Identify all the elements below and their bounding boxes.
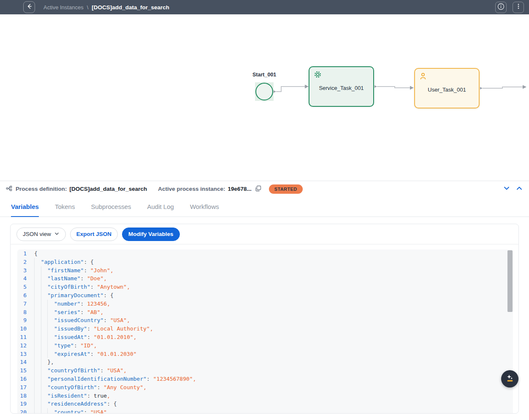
back-arrow-icon: [26, 3, 33, 11]
code-line[interactable]: 6"primaryDocument": {: [17, 291, 513, 300]
indent-guide: [47, 300, 54, 308]
process-diagram-canvas[interactable]: Start_001 Service_Task_001 User_Task_001: [0, 14, 529, 181]
indent-guide: [41, 325, 48, 333]
line-number: 6: [17, 291, 30, 300]
code-line[interactable]: 15"countryOfBirth": "USA",: [17, 366, 513, 375]
gear-icon: [314, 70, 322, 80]
breadcrumb-parent[interactable]: Active Instances: [43, 4, 84, 11]
code-line[interactable]: 1{: [17, 249, 513, 258]
indent-guide: [34, 266, 41, 275]
line-number: 2: [17, 258, 30, 266]
service-task-node[interactable]: Service_Task_001: [309, 66, 374, 107]
chevron-down-icon: [503, 184, 510, 193]
code-line[interactable]: 8"series": "AB",: [17, 308, 513, 317]
indent-guide: [41, 266, 48, 275]
code-line[interactable]: 16"personalIdentificationNumber": "12345…: [17, 375, 513, 383]
modify-variables-button[interactable]: Modify Variables: [122, 228, 180, 241]
code-line[interactable]: 19"residenceAddress": {: [17, 400, 513, 408]
line-number: 14: [17, 358, 30, 366]
indent-guide: [34, 274, 41, 283]
indent-guide: [47, 408, 54, 414]
code-line[interactable]: 20"country": "USA": [17, 408, 513, 414]
collapse-panel-button[interactable]: [503, 184, 510, 193]
indent-guide: [34, 366, 41, 375]
indent-guide: [34, 291, 41, 300]
code-line[interactable]: 3"firstName": "John",: [17, 266, 513, 275]
chevron-up-icon: [515, 184, 523, 193]
indent-guide: [41, 341, 48, 350]
code-line[interactable]: 17"countyOfBirth": "Any County",: [17, 383, 513, 392]
status-badge: STARTED: [269, 184, 303, 194]
start-event-label: Start_001: [252, 72, 276, 78]
code-line[interactable]: 5"cityOfBirth": "Anytown",: [17, 283, 513, 291]
tab-tokens[interactable]: Tokens: [55, 197, 75, 217]
line-number: 3: [17, 266, 30, 275]
ai-assistant-button[interactable]: [501, 370, 518, 387]
indent-guide: [41, 366, 48, 375]
user-task-node[interactable]: User_Task_001: [414, 68, 480, 108]
code-line[interactable]: 7"number": 123456,: [17, 300, 513, 308]
indent-guide: [34, 383, 41, 392]
indent-guide: [34, 358, 41, 366]
code-line[interactable]: 14},: [17, 358, 513, 366]
editor-scrollbar[interactable]: [507, 250, 513, 312]
more-options-button[interactable]: [513, 2, 524, 13]
code-line[interactable]: 2"application": {: [17, 258, 513, 266]
tab-workflows[interactable]: Workflows: [190, 197, 219, 217]
indent-guide: [34, 333, 41, 341]
line-number: 17: [17, 383, 30, 392]
export-json-button[interactable]: Export JSON: [70, 228, 118, 241]
line-number: 20: [17, 408, 30, 414]
line-content: "issuedBy": "Local Authority",: [30, 325, 153, 333]
indent-guide: [34, 375, 41, 383]
line-number: 7: [17, 300, 30, 308]
info-button[interactable]: [495, 2, 507, 13]
line-number: 15: [17, 366, 30, 375]
line-number: 1: [17, 249, 30, 258]
tab-subprocesses[interactable]: Subprocesses: [91, 197, 131, 217]
indent-guide: [47, 316, 54, 325]
indent-guide: [47, 341, 54, 350]
user-task-label: User_Task_001: [415, 87, 479, 93]
code-line[interactable]: 18"isResident": true,: [17, 392, 513, 400]
back-button[interactable]: [23, 1, 35, 13]
indent-guide: [34, 308, 41, 317]
line-number: 13: [17, 350, 30, 358]
person-icon: [419, 72, 427, 82]
variables-toolbar: JSON view Export JSON Modify Variables: [11, 224, 518, 244]
indent-guide: [41, 333, 48, 341]
expand-panel-button[interactable]: [515, 184, 523, 193]
process-definition-label: Process definition:: [16, 186, 67, 192]
view-selector-dropdown[interactable]: JSON view: [16, 228, 66, 241]
line-content: "residenceAddress": {: [30, 400, 117, 408]
copy-instance-id-button[interactable]: [255, 185, 261, 193]
line-content: "personalIdentificationNumber": "1234567…: [30, 375, 196, 383]
indent-guide: [41, 350, 48, 358]
indent-guide: [34, 258, 41, 266]
line-number: 9: [17, 316, 30, 325]
indent-guide: [47, 333, 54, 341]
indent-guide: [34, 316, 41, 325]
kebab-menu-icon: [515, 3, 522, 11]
start-event-node[interactable]: [255, 83, 273, 100]
copy-icon: [255, 185, 261, 193]
variables-card: JSON view Export JSON Modify Variables 1…: [10, 224, 519, 414]
code-line[interactable]: 13"expiresAt": "01.01.2030": [17, 350, 513, 358]
line-content: "firstName": "John",: [30, 266, 114, 275]
tab-audit-log[interactable]: Audit Log: [147, 197, 174, 217]
line-number: 19: [17, 400, 30, 408]
tab-variables[interactable]: Variables: [11, 197, 39, 217]
indent-guide: [47, 325, 54, 333]
modify-variables-label: Modify Variables: [128, 231, 174, 237]
code-line[interactable]: 9"issuedCountry": "USA",: [17, 316, 513, 325]
code-line[interactable]: 11"issuedAt": "01.01.2010",: [17, 333, 513, 341]
process-definition-value: [DOCS]add_data_for_search: [70, 186, 147, 192]
code-line[interactable]: 4"lastName": "Doe",: [17, 274, 513, 283]
line-number: 10: [17, 325, 30, 333]
indent-guide: [34, 341, 41, 350]
code-line[interactable]: 12"type": "ID",: [17, 341, 513, 350]
code-line[interactable]: 10"issuedBy": "Local Authority",: [17, 325, 513, 333]
top-bar: Active Instances \ [DOCS]add_data_for_se…: [0, 0, 529, 14]
line-content: "countryOfBirth": "USA",: [30, 366, 127, 375]
json-editor[interactable]: 1{2"application": {3"firstName": "John",…: [17, 249, 513, 414]
